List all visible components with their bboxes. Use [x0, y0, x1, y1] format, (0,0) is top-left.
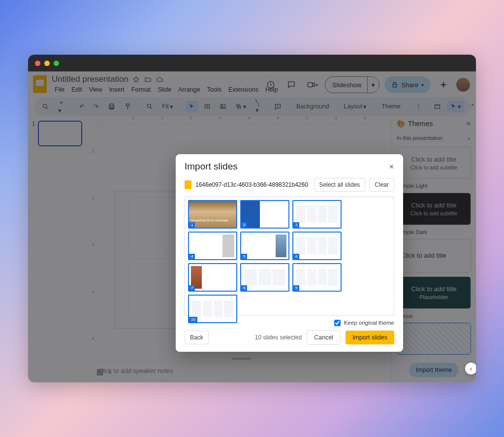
- print-icon[interactable]: [105, 101, 118, 112]
- gemini-icon[interactable]: [436, 77, 451, 93]
- import-slide-8[interactable]: 8: [240, 263, 289, 292]
- palette-icon: 🎨: [397, 120, 405, 128]
- svg-rect-2: [393, 84, 397, 87]
- undo-icon[interactable]: ↶: [76, 101, 88, 112]
- meet-icon[interactable]: ▾: [304, 77, 320, 93]
- import-slide-1[interactable]: Navigating the AI Landscape1: [188, 200, 237, 229]
- slides-grid: Navigating the AI Landscape1 2 3 4 5 6 7…: [185, 197, 394, 316]
- menu-insert[interactable]: Insert: [106, 85, 127, 94]
- import-slide-2[interactable]: 2: [240, 200, 289, 229]
- close-dialog-icon[interactable]: ✕: [389, 163, 394, 170]
- import-slide-5[interactable]: 5: [240, 232, 289, 260]
- dialog-title: Import slides: [185, 161, 238, 172]
- shape-icon[interactable]: ▾: [232, 101, 250, 112]
- source-filename: 1646e097-d13c-4603-b366-4898321b4260: [195, 181, 308, 188]
- svg-rect-1: [308, 83, 313, 87]
- select-tool-icon[interactable]: [185, 101, 198, 112]
- textbox-icon[interactable]: [201, 101, 214, 112]
- account-avatar[interactable]: [456, 78, 470, 92]
- paint-format-icon[interactable]: [121, 101, 134, 112]
- svg-rect-15: [100, 370, 102, 372]
- back-button[interactable]: Back: [185, 331, 209, 344]
- search-icon[interactable]: [39, 101, 52, 112]
- menu-format[interactable]: Format: [128, 85, 154, 94]
- history-icon[interactable]: [263, 77, 279, 93]
- window-close-dot[interactable]: [35, 61, 40, 66]
- menu-view[interactable]: View: [86, 85, 105, 94]
- themes-title: Themes: [408, 120, 433, 128]
- grid-view-icon[interactable]: [96, 369, 105, 377]
- slide-number: 1: [32, 121, 35, 377]
- theme-card-current[interactable]: Click to add title Click to add subtitle: [397, 147, 471, 179]
- line-icon[interactable]: ╲ ▾: [252, 97, 262, 116]
- menu-edit[interactable]: Edit: [68, 85, 85, 94]
- source-file-icon: [185, 180, 191, 189]
- move-folder-icon[interactable]: [144, 75, 152, 83]
- horizontal-ruler: 123456789: [102, 116, 391, 125]
- svg-rect-16: [97, 373, 99, 375]
- slideshow-options-button[interactable]: ▾: [367, 76, 379, 93]
- menu-arrange[interactable]: Arrange: [175, 85, 203, 94]
- menu-tools[interactable]: Tools: [204, 85, 224, 94]
- comments-icon[interactable]: [284, 77, 299, 93]
- cloud-status-icon[interactable]: [156, 75, 164, 83]
- window-titlebar: [28, 55, 476, 71]
- collapse-toolbar-icon[interactable]: ⌃: [467, 101, 476, 112]
- slides-logo-icon[interactable]: [33, 75, 47, 93]
- svg-point-10: [221, 105, 222, 106]
- chevron-left-icon[interactable]: ‹: [109, 369, 118, 377]
- theme-card-simple-dark[interactable]: Click to add title Click to add subtitle: [397, 193, 471, 225]
- theme-card-3[interactable]: Click to add title: [397, 239, 471, 273]
- layout-button[interactable]: Layout ▾: [341, 101, 370, 112]
- import-theme-button[interactable]: Import theme: [409, 363, 459, 377]
- themes-section-toggle[interactable]: In this presentation ⌄: [392, 132, 476, 144]
- menu-slide[interactable]: Slide: [155, 85, 174, 94]
- theme-card-focus[interactable]: Click to add title Placeholder: [397, 276, 471, 308]
- svg-rect-17: [100, 373, 102, 375]
- import-slide-10[interactable]: 10: [188, 295, 237, 323]
- close-themes-icon[interactable]: ✕: [466, 120, 471, 127]
- zoom-icon[interactable]: [143, 101, 156, 112]
- svg-point-3: [43, 104, 47, 108]
- vertical-ruler: 12345: [91, 125, 102, 382]
- theme-card-5[interactable]: [397, 323, 471, 355]
- slide-panel: 1: [28, 116, 91, 382]
- star-icon[interactable]: [132, 75, 140, 83]
- side-panel-toggle-icon[interactable]: ‹: [465, 363, 476, 374]
- slides-app: Untitled presentation File Edit View: [28, 71, 476, 382]
- theme-label-simple-light: Simple Light: [397, 183, 471, 189]
- comment-icon[interactable]: [271, 101, 284, 112]
- zoom-select[interactable]: Fit ▾: [159, 101, 176, 112]
- background-button[interactable]: Background: [293, 101, 332, 112]
- keep-theme-checkbox[interactable]: Keep original theme: [334, 320, 395, 326]
- themes-sidebar: 🎨Themes ✕ In this presentation ⌄ Click t…: [391, 116, 476, 382]
- menu-extensions[interactable]: Extensions: [225, 85, 261, 94]
- redo-icon[interactable]: ↷: [91, 101, 102, 112]
- toggle-rulers-icon[interactable]: [431, 101, 444, 112]
- window-min-dot[interactable]: [44, 61, 50, 66]
- document-title[interactable]: Untitled presentation: [52, 74, 128, 84]
- import-slide-7[interactable]: 7: [188, 263, 237, 292]
- more-icon[interactable]: ⋮: [412, 101, 425, 112]
- image-icon[interactable]: [217, 101, 229, 112]
- import-slide-4[interactable]: 4: [188, 232, 237, 260]
- speaker-notes[interactable]: Click to add speaker notes: [91, 362, 391, 382]
- import-slide-6[interactable]: 6: [292, 232, 342, 260]
- clear-button[interactable]: Clear: [369, 178, 394, 192]
- import-slide-9[interactable]: 9: [292, 263, 342, 292]
- share-button[interactable]: Share ▾: [384, 76, 431, 93]
- slide-thumbnail-1[interactable]: [38, 121, 82, 146]
- slideshow-button[interactable]: Slideshow: [325, 76, 367, 93]
- import-slides-button[interactable]: Import slides: [346, 331, 394, 344]
- new-slide-button[interactable]: ＋ ▾: [55, 97, 67, 116]
- select-all-button[interactable]: Select all slides: [314, 178, 366, 192]
- notes-resize-handle[interactable]: [231, 358, 251, 360]
- app-header: Untitled presentation File Edit View: [28, 71, 476, 94]
- import-slide-3[interactable]: 3: [292, 200, 342, 229]
- theme-button[interactable]: Theme: [378, 101, 404, 112]
- menu-bar: File Edit View Insert Format Slide Arran…: [52, 85, 258, 94]
- cancel-button[interactable]: Cancel: [307, 330, 341, 345]
- menu-file[interactable]: File: [52, 85, 67, 94]
- window-max-dot[interactable]: [54, 61, 59, 66]
- mode-icon[interactable]: ▾: [447, 101, 464, 112]
